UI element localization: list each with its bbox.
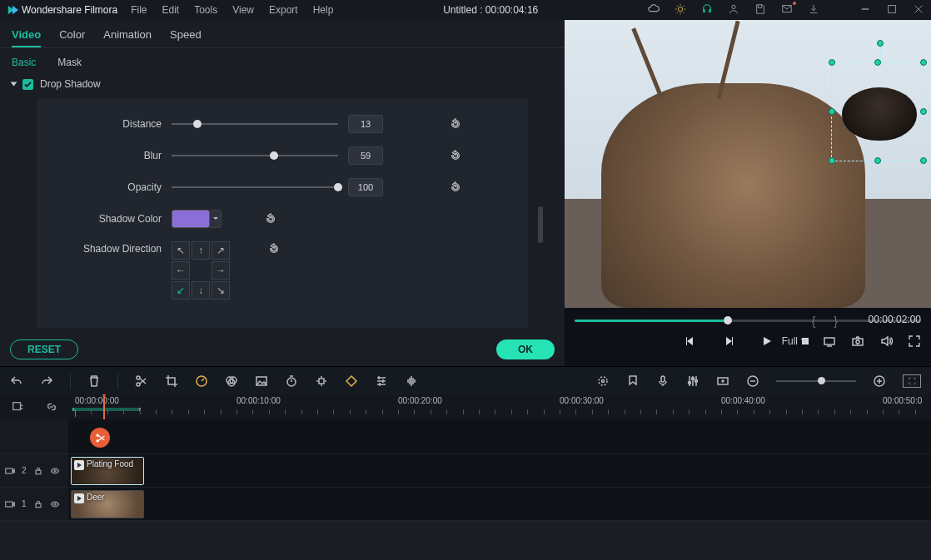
opacity-slider[interactable]: [172, 181, 338, 193]
minimize-button[interactable]: [859, 3, 871, 17]
distance-reset-icon[interactable]: [450, 118, 461, 130]
blur-reset-icon[interactable]: [450, 150, 461, 161]
mix-icon[interactable]: [596, 374, 610, 388]
zoom-slider[interactable]: [776, 377, 856, 385]
drop-shadow-section-header[interactable]: Drop Shadow: [12, 73, 553, 98]
tab-speed[interactable]: Speed: [170, 28, 202, 47]
opacity-reset-icon[interactable]: [450, 181, 461, 193]
ok-button[interactable]: OK: [496, 339, 555, 359]
voiceover-icon[interactable]: [656, 374, 670, 388]
audio-wave-icon[interactable]: [405, 374, 418, 388]
menu-view[interactable]: View: [232, 4, 254, 16]
zoom-fit-button[interactable]: ⛶: [903, 374, 921, 388]
pip-handle-sw[interactable]: [829, 157, 835, 164]
close-button[interactable]: [913, 3, 924, 17]
mark-out-icon[interactable]: }: [834, 315, 838, 328]
pip-handle-n[interactable]: [874, 59, 881, 66]
delete-icon[interactable]: [87, 374, 101, 388]
marker-icon[interactable]: [626, 374, 640, 388]
preview-quality-icon[interactable]: [823, 335, 836, 348]
adjust-icon[interactable]: [375, 374, 388, 388]
direction-w[interactable]: ←: [172, 261, 190, 280]
pip-handle-ne[interactable]: [920, 59, 927, 66]
pip-handle-e[interactable]: [920, 108, 927, 115]
menu-tools[interactable]: Tools: [194, 4, 217, 16]
distance-slider[interactable]: [172, 118, 338, 130]
snapshot-icon[interactable]: [851, 335, 864, 348]
cloud-icon[interactable]: [648, 3, 660, 17]
subtab-basic[interactable]: Basic: [12, 57, 36, 68]
track-visibility-icon[interactable]: [50, 466, 60, 476]
preview-scrubber[interactable]: { } 00:00:02:00: [575, 315, 921, 326]
properties-scrollbar[interactable]: [538, 206, 543, 243]
prev-frame-button[interactable]: [684, 335, 697, 348]
shadow-color-dropdown[interactable]: [210, 210, 222, 228]
direction-ne[interactable]: ↗: [212, 241, 230, 260]
green-screen-icon[interactable]: [255, 374, 268, 388]
next-frame-button[interactable]: [722, 335, 735, 348]
menu-help[interactable]: Help: [313, 4, 334, 16]
keyframe-icon[interactable]: [345, 374, 358, 388]
track-add-icon[interactable]: [12, 401, 23, 413]
render-icon[interactable]: [716, 374, 729, 388]
color-correction-icon[interactable]: [225, 374, 238, 388]
clip-deer[interactable]: Deer: [71, 490, 144, 518]
timeline-ruler[interactable]: 00:00:00:00 00:00:10:00 00:00:20:00 00:0…: [68, 394, 931, 419]
crop-icon[interactable]: [165, 374, 178, 388]
pip-handle-se[interactable]: [920, 157, 927, 164]
undo-icon[interactable]: [10, 374, 23, 388]
track-visibility-icon[interactable]: [50, 499, 60, 509]
direction-sw[interactable]: ↙: [172, 281, 190, 300]
track-lock-icon[interactable]: [33, 466, 43, 476]
volume-icon[interactable]: [879, 335, 893, 348]
tab-video[interactable]: Video: [12, 28, 41, 47]
split-icon[interactable]: [135, 374, 148, 388]
blur-value[interactable]: 59: [348, 146, 383, 165]
message-icon[interactable]: [781, 3, 793, 17]
download-icon[interactable]: [808, 3, 819, 17]
subtab-mask[interactable]: Mask: [57, 57, 82, 68]
reset-button[interactable]: RESET: [10, 339, 78, 359]
pip-handle-s[interactable]: [874, 157, 881, 164]
tab-animation[interactable]: Animation: [103, 28, 152, 47]
direction-n[interactable]: ↑: [192, 241, 210, 260]
mark-in-icon[interactable]: {: [812, 315, 816, 328]
pip-selection-box[interactable]: [831, 62, 924, 161]
zoom-out-icon[interactable]: [746, 374, 759, 388]
pip-handle-w[interactable]: [829, 108, 835, 115]
opacity-value[interactable]: 100: [348, 178, 383, 196]
direction-e[interactable]: →: [212, 261, 230, 280]
motion-tracking-icon[interactable]: [315, 374, 328, 388]
shadow-color-swatch[interactable]: [172, 210, 210, 228]
preview-fit-dropdown[interactable]: Full: [782, 335, 808, 347]
blur-slider[interactable]: [172, 150, 338, 161]
headset-icon[interactable]: [701, 3, 713, 17]
shadow-color-reset-icon[interactable]: [265, 213, 276, 225]
direction-se[interactable]: ↘: [212, 281, 230, 300]
split-marker-icon[interactable]: [90, 428, 110, 448]
tab-color[interactable]: Color: [59, 28, 85, 47]
shadow-direction-reset-icon[interactable]: [268, 243, 280, 255]
distance-value[interactable]: 13: [348, 115, 383, 133]
direction-nw[interactable]: ↖: [172, 241, 190, 260]
audio-mixer-icon[interactable]: [686, 374, 699, 388]
play-button[interactable]: [760, 335, 774, 348]
collapse-caret-icon[interactable]: [11, 82, 17, 87]
speed-icon[interactable]: [195, 374, 208, 388]
zoom-in-icon[interactable]: [873, 374, 886, 388]
track-link-icon[interactable]: [46, 401, 57, 413]
menu-file[interactable]: File: [131, 4, 147, 16]
account-icon[interactable]: [728, 3, 739, 17]
tips-icon[interactable]: [675, 3, 686, 17]
preview-canvas[interactable]: [565, 20, 931, 308]
menu-export[interactable]: Export: [269, 4, 298, 16]
drop-shadow-checkbox[interactable]: [22, 79, 33, 90]
pip-handle-nw[interactable]: [829, 59, 835, 66]
pip-rotate-handle[interactable]: [877, 40, 884, 47]
maximize-button[interactable]: [886, 3, 898, 17]
duration-icon[interactable]: [285, 374, 298, 388]
menu-edit[interactable]: Edit: [162, 4, 180, 16]
track-lock-icon[interactable]: [33, 499, 43, 509]
direction-s[interactable]: ↓: [192, 281, 210, 300]
clip-plating-food[interactable]: Plating Food: [71, 457, 144, 485]
